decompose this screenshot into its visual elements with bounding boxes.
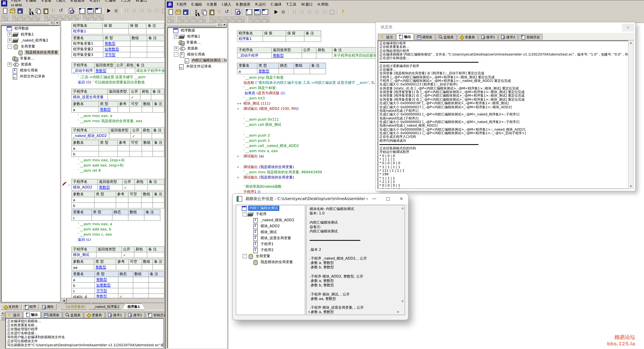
tree-expand-toggle[interactable]: - (8, 44, 12, 49)
tree-item-模块引用表[interactable]: -模块引用表 (168, 52, 227, 58)
table-cell[interactable] (130, 52, 147, 58)
table-cell[interactable] (94, 203, 116, 208)
table-row[interactable]: c (72, 215, 160, 221)
tree-item-全局变量[interactable]: -全局变量 (1, 44, 60, 50)
table-cell[interactable] (152, 203, 164, 208)
table-cell[interactable] (116, 265, 129, 270)
tree-item-外部文件记录表[interactable]: 外部文件记录表 (168, 64, 227, 70)
copy-icon[interactable] (35, 8, 42, 14)
dbg2-icon[interactable]: {} (298, 9, 305, 15)
panel3-icon[interactable] (262, 9, 268, 15)
table-cell[interactable]: 整数型 (95, 277, 118, 283)
table-cell[interactable] (142, 146, 153, 151)
dock-tab-属性[interactable]: 属性 (39, 304, 56, 310)
menu-W.窗口[interactable]: W.窗口 (133, 0, 149, 3)
open-icon[interactable] (175, 9, 182, 15)
open-icon[interactable] (9, 8, 16, 14)
table-cell[interactable]: b (72, 283, 95, 288)
code-line[interactable]: ' __asm mov eax, a (72, 222, 164, 227)
minimize-button[interactable]: — (368, 194, 381, 204)
tab-搜寻1[interactable]: 搜寻1 (105, 312, 125, 318)
new-icon[interactable] (2, 8, 8, 14)
tree-item-资源表[interactable]: +资源表 (1, 62, 60, 68)
dock-tab-支持库[interactable]: 支持库 (1, 304, 22, 310)
table-cell[interactable] (144, 215, 160, 221)
table-cell[interactable] (141, 133, 152, 139)
dbg5-icon[interactable]: {} (321, 9, 328, 15)
findpage-icon[interactable] (68, 8, 74, 14)
table-row[interactable]: b短整数型 (72, 283, 164, 288)
menu-E.编辑[interactable]: E.编辑 (189, 2, 204, 7)
table-cell[interactable]: 短整数型 (103, 47, 130, 52)
table-cell[interactable]: 整数型 (94, 68, 115, 74)
tree-item-子程序2[interactable]: 子程序2 (236, 247, 305, 253)
menu-R.运行[interactable]: R.运行 (253, 2, 268, 7)
table-cell[interactable] (140, 95, 151, 100)
table-cell[interactable]: 整数型 (103, 41, 130, 47)
table-cell[interactable]: 模块_ADD2 (72, 185, 98, 190)
cut-icon[interactable] (27, 8, 34, 14)
table-cell[interactable]: 整数型 (98, 107, 118, 113)
stop-icon[interactable] (280, 9, 287, 15)
table-row[interactable]: b (72, 203, 164, 208)
table-cell[interactable] (142, 107, 152, 113)
tree-item-模块_设置全局变量[interactable]: 模块_设置全局变量 (236, 235, 305, 241)
table-row[interactable]: 程序集1 (237, 36, 321, 42)
tree-item-外部文件记录表[interactable]: 外部文件记录表 (1, 74, 60, 80)
menu-I.插入[interactable]: I.插入 (220, 2, 234, 7)
cut-icon[interactable] (193, 9, 200, 15)
hand-icon[interactable] (161, 8, 165, 14)
table-cell[interactable]: 模块_测试 (72, 252, 96, 258)
table-cell[interactable] (152, 133, 164, 139)
redo-icon[interactable]: ↻ (216, 9, 223, 15)
tree-item-_naked_模块_ADD2[interactable]: _naked_模块_ADD2 (236, 217, 305, 223)
status-close-button[interactable]: × (622, 24, 634, 32)
table-cell[interactable] (142, 151, 153, 157)
sheet-tab-[全局变量表][interactable]: [全局变量表] (61, 303, 90, 310)
table-cell[interactable] (279, 69, 294, 74)
dock-grip[interactable] (168, 24, 217, 26)
tree-expand-toggle[interactable]: - (242, 254, 247, 258)
undo-icon[interactable]: ↺ (224, 9, 230, 15)
panel2-icon[interactable] (253, 8, 261, 16)
table-cell[interactable] (286, 36, 304, 42)
table-cell[interactable]: ✓ (122, 252, 134, 258)
tree-item-程序集1[interactable]: +程序集1 (1, 32, 60, 38)
dialog-vscrollbar[interactable]: ▲▼ (400, 206, 404, 304)
tree-expand-toggle[interactable]: - (174, 52, 178, 57)
table-cell[interactable] (294, 69, 310, 74)
dbg3-icon[interactable]: {} (138, 8, 145, 14)
table-cell[interactable] (128, 197, 142, 203)
table-cell[interactable]: 整数型 (94, 265, 116, 270)
table-cell[interactable]: _启动子程序 (72, 68, 94, 74)
table-row[interactable]: a整数型 (72, 277, 164, 283)
dbg1-icon[interactable]: {} (123, 8, 130, 14)
table-cell[interactable]: 程序集1 (72, 29, 102, 34)
table-row[interactable]: 程序集变量2短整数型 (72, 47, 164, 52)
table-cell[interactable]: aa (72, 265, 94, 270)
dbg2-icon[interactable]: {} (131, 8, 138, 14)
table-cell[interactable] (130, 146, 142, 151)
tree-item-子程序1[interactable]: 子程序1 (236, 241, 305, 247)
dbg5-icon[interactable]: {} (154, 8, 160, 14)
hand-icon[interactable] (329, 9, 336, 15)
table-cell[interactable] (146, 29, 164, 34)
dock-tab-程序[interactable]: 程序 (22, 304, 39, 310)
menu-B.数据库[interactable]: B.数据库 (234, 2, 253, 7)
tree-expand-toggle[interactable]: + (8, 32, 12, 37)
dock-close-button[interactable]: × (55, 21, 60, 26)
dbg4-icon[interactable]: {} (146, 8, 153, 14)
menu-T.工具[interactable]: T.工具 (118, 0, 133, 3)
table-cell[interactable]: c (72, 215, 92, 221)
tree-item-程序数据[interactable]: 程序数据 (1, 26, 60, 32)
table-cell[interactable]: 模块_设置全局变量 (72, 95, 108, 100)
table-cell[interactable] (118, 107, 130, 113)
tree-item-内联汇编模块测试 - test.e[interactable]: 内联汇编模块测试 - test.e (168, 58, 227, 64)
table-cell[interactable]: 整数型 (98, 185, 123, 190)
dock-float-button[interactable]: □ (217, 23, 222, 28)
table-cell[interactable] (153, 146, 164, 151)
tab-变量表[interactable]: 变量表 (457, 34, 478, 40)
menu-W.窗口[interactable]: W.窗口 (299, 2, 315, 7)
table-cell[interactable]: b (72, 151, 99, 157)
menu-E.编辑[interactable]: E.编辑 (24, 0, 39, 3)
